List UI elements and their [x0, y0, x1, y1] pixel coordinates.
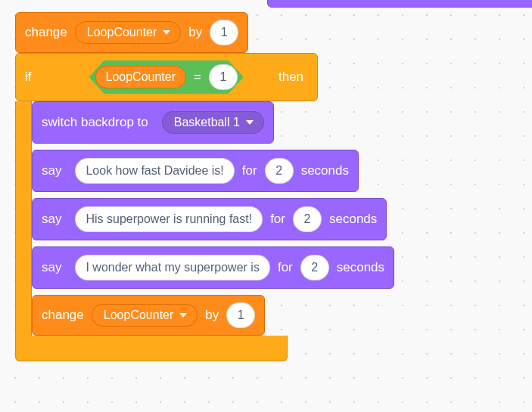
- change-variable-block[interactable]: change LoopCounter by 1: [15, 12, 248, 53]
- for-label: for: [270, 212, 285, 227]
- compare-value-input[interactable]: 1: [209, 64, 238, 90]
- if-block-footer: [15, 336, 288, 361]
- by-label: by: [188, 25, 202, 40]
- change-variable-block[interactable]: change LoopCounter by 1: [32, 295, 265, 336]
- partial-block-above: [267, 0, 532, 8]
- say-text-input[interactable]: His superpower is running fast!: [75, 206, 263, 232]
- change-value-input[interactable]: 1: [210, 20, 238, 45]
- operator-equals: =: [194, 70, 201, 85]
- switch-backdrop-block[interactable]: switch backdrop to Basketball 1: [32, 101, 274, 144]
- by-label: by: [205, 308, 219, 323]
- say-block[interactable]: say Look how fast Davidee is! for 2 seco…: [32, 150, 359, 192]
- variable-dropdown[interactable]: LoopCounter: [75, 21, 182, 44]
- say-label: say: [42, 163, 61, 178]
- backdrop-name: Basketball 1: [174, 116, 240, 129]
- say-block[interactable]: say I wonder what my superpower is for 2…: [32, 246, 394, 289]
- seconds-label: seconds: [329, 212, 377, 227]
- for-label: for: [242, 163, 257, 178]
- change-label: change: [25, 25, 67, 40]
- chevron-down-icon: [246, 120, 254, 125]
- chevron-down-icon: [163, 30, 170, 35]
- say-label: say: [42, 212, 61, 227]
- for-label: for: [278, 260, 293, 275]
- say-label: say: [42, 260, 61, 275]
- say-block[interactable]: say His superpower is running fast! for …: [32, 198, 387, 240]
- if-body: switch backdrop to Basketball 1 say Look…: [15, 101, 394, 336]
- say-seconds-input[interactable]: 2: [293, 206, 322, 232]
- say-seconds-input[interactable]: 2: [265, 158, 294, 184]
- change-value-input[interactable]: 1: [226, 302, 255, 328]
- backdrop-dropdown[interactable]: Basketball 1: [162, 111, 264, 134]
- switch-backdrop-label: switch backdrop to: [42, 115, 148, 130]
- if-block-header[interactable]: if LoopCounter = 1 then: [15, 53, 318, 101]
- equals-operator[interactable]: LoopCounter = 1: [89, 60, 244, 94]
- say-text-input[interactable]: I wonder what my superpower is: [75, 255, 269, 280]
- c-arm: [15, 101, 32, 336]
- change-label: change: [42, 308, 84, 323]
- variable-name: LoopCounter: [104, 308, 174, 322]
- say-seconds-input[interactable]: 2: [300, 255, 329, 280]
- say-text-input[interactable]: Look how fast Davidee is!: [75, 158, 234, 184]
- seconds-label: seconds: [301, 163, 349, 178]
- seconds-label: seconds: [337, 260, 384, 275]
- script-stack: change LoopCounter by 1 if LoopCounter =…: [15, 12, 517, 361]
- then-label: then: [278, 70, 303, 85]
- variable-name: LoopCounter: [87, 26, 157, 39]
- variable-dropdown[interactable]: LoopCounter: [92, 304, 198, 327]
- variable-reporter[interactable]: LoopCounter: [95, 66, 187, 88]
- boolean-slot[interactable]: LoopCounter = 1: [65, 59, 268, 95]
- if-label: if: [25, 70, 32, 85]
- chevron-down-icon: [179, 313, 187, 318]
